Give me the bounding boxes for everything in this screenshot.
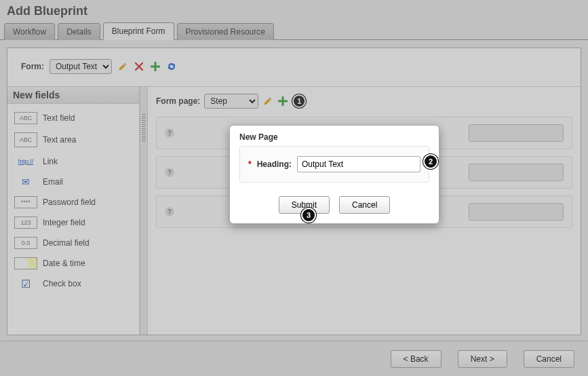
form-selector-row: Form: Output Text bbox=[7, 48, 581, 79]
field-label: Password field bbox=[43, 198, 96, 207]
integer-icon: 123 bbox=[14, 217, 37, 229]
placeholder-field bbox=[469, 124, 564, 142]
link-icon: http:// bbox=[14, 155, 37, 168]
form-page-row: Form page: Step 1 bbox=[156, 94, 572, 109]
delete-icon[interactable] bbox=[134, 61, 144, 72]
field-label: Text field bbox=[43, 113, 75, 123]
tab-bar: Workflow Details Blueprint Form Provisio… bbox=[0, 21, 588, 40]
field-integer[interactable]: 123 Integer field bbox=[12, 212, 135, 233]
help-icon[interactable]: ? bbox=[165, 207, 174, 217]
field-label: Date & time bbox=[43, 259, 85, 268]
back-button[interactable]: < Back bbox=[391, 350, 442, 368]
form-page-label: Form page: bbox=[156, 96, 200, 106]
page-title: Add Blueprint bbox=[0, 0, 588, 21]
add-page-icon[interactable] bbox=[277, 96, 288, 107]
form-page-select[interactable]: Step bbox=[204, 94, 258, 109]
help-icon[interactable]: ? bbox=[165, 128, 174, 138]
marker-1: 1 bbox=[292, 94, 306, 108]
footer-bar: < Back Next > Cancel bbox=[0, 341, 588, 376]
field-label: Check box bbox=[43, 279, 81, 288]
help-icon[interactable]: ? bbox=[165, 168, 174, 177]
modal-body: * Heading: bbox=[239, 146, 429, 183]
tab-label: Provisioned Resource bbox=[186, 27, 265, 37]
field-label: Link bbox=[43, 157, 58, 166]
refresh-icon[interactable] bbox=[166, 61, 177, 72]
password-icon: **** bbox=[14, 196, 37, 208]
form-select[interactable]: Output Text bbox=[50, 59, 112, 74]
field-link[interactable]: http:// Link bbox=[12, 151, 135, 172]
field-email[interactable]: ✉ Email bbox=[12, 172, 135, 192]
tab-label: Blueprint Form bbox=[112, 26, 165, 36]
cancel-button[interactable]: Cancel bbox=[339, 196, 390, 214]
marker-2: 2 bbox=[423, 154, 438, 169]
checkbox-icon: ☑ bbox=[14, 278, 37, 290]
heading-row: * Heading: bbox=[248, 156, 420, 172]
envelope-icon: ✉ bbox=[14, 176, 37, 188]
field-text-field[interactable]: ABC Text field bbox=[12, 108, 135, 128]
field-text-area[interactable]: ABC Text area bbox=[12, 128, 135, 151]
calendar-icon bbox=[14, 257, 37, 269]
field-checkbox[interactable]: ☑ Check box bbox=[12, 274, 135, 294]
decimal-icon: 0.0 bbox=[14, 237, 37, 249]
add-icon[interactable] bbox=[150, 61, 161, 72]
abc-icon: ABC bbox=[14, 132, 37, 147]
required-star-icon: * bbox=[248, 159, 252, 169]
placeholder-field bbox=[469, 203, 564, 221]
field-label: Email bbox=[43, 177, 63, 187]
field-password[interactable]: **** Password field bbox=[12, 192, 135, 212]
marker-3: 3 bbox=[301, 208, 316, 223]
next-button[interactable]: Next > bbox=[458, 350, 507, 368]
marker-2-wrap: 2 bbox=[423, 154, 438, 169]
edit-icon[interactable] bbox=[117, 61, 128, 72]
modal-title: New Page bbox=[239, 132, 429, 146]
marker-3-wrap: 3 bbox=[301, 208, 316, 223]
left-panel: New fields ABC Text field ABC Text area … bbox=[7, 87, 140, 335]
tab-workflow[interactable]: Workflow bbox=[4, 23, 55, 40]
tab-provisioned-resource[interactable]: Provisioned Resource bbox=[177, 23, 274, 40]
field-label: Decimal field bbox=[43, 238, 90, 248]
tab-details[interactable]: Details bbox=[58, 23, 100, 40]
field-decimal[interactable]: 0.0 Decimal field bbox=[12, 233, 135, 253]
field-datetime[interactable]: Date & time bbox=[12, 253, 135, 274]
form-label: Form: bbox=[21, 62, 44, 71]
new-page-modal: New Page * Heading: Submit Cancel bbox=[229, 125, 439, 224]
splitter-handle[interactable] bbox=[140, 87, 148, 335]
heading-input[interactable] bbox=[297, 156, 420, 172]
modal-buttons: Submit Cancel bbox=[239, 196, 429, 214]
heading-label: Heading: bbox=[257, 159, 292, 169]
grip-icon bbox=[142, 114, 146, 141]
field-label: Text area bbox=[43, 135, 76, 145]
abc-icon: ABC bbox=[14, 112, 37, 124]
placeholder-field bbox=[469, 164, 564, 181]
footer-cancel-button[interactable]: Cancel bbox=[524, 350, 574, 368]
tab-label: Details bbox=[66, 27, 92, 37]
edit-icon[interactable] bbox=[262, 96, 273, 107]
tab-label: Workflow bbox=[13, 27, 46, 37]
tab-blueprint-form[interactable]: Blueprint Form bbox=[103, 22, 174, 40]
field-label: Integer field bbox=[43, 218, 85, 227]
left-panel-title: New fields bbox=[7, 87, 139, 104]
field-list: ABC Text field ABC Text area http:// Lin… bbox=[7, 104, 139, 335]
